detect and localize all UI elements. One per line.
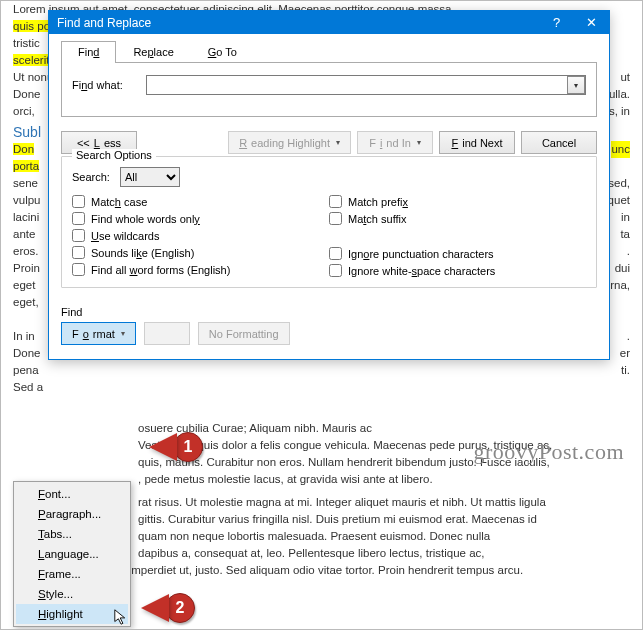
tab-goto[interactable]: Go To bbox=[191, 41, 254, 63]
checkbox-ignore-white-space-characters[interactable]: Ignore white-space characters bbox=[329, 264, 586, 277]
find-what-label: Find what: bbox=[72, 79, 132, 91]
search-direction-label: Search: bbox=[72, 171, 110, 183]
format-menu-item-style[interactable]: Style... bbox=[16, 584, 128, 604]
no-formatting-button[interactable]: No Formatting bbox=[198, 322, 290, 345]
find-what-input[interactable] bbox=[146, 75, 586, 95]
checkbox-label: Match prefix bbox=[348, 196, 408, 208]
checkbox-match-suffix[interactable]: Match suffix bbox=[329, 212, 586, 225]
checkbox-label: Ignore punctuation characters bbox=[348, 248, 494, 260]
tab-replace[interactable]: Replace bbox=[116, 41, 190, 63]
checkbox-match-case[interactable]: Match case bbox=[72, 195, 329, 208]
find-next-button[interactable]: Find Next bbox=[439, 131, 515, 154]
reading-highlight-button[interactable]: Reading Highlight bbox=[228, 131, 351, 154]
checkbox-input[interactable] bbox=[72, 246, 85, 259]
checkbox-match-prefix[interactable]: Match prefix bbox=[329, 195, 586, 208]
checkbox-input[interactable] bbox=[72, 263, 85, 276]
find-section-label: Find bbox=[61, 306, 82, 318]
format-menu-item-frame[interactable]: Frame... bbox=[16, 564, 128, 584]
callout-number: 2 bbox=[165, 593, 195, 623]
find-history-dropdown[interactable]: ▾ bbox=[567, 76, 585, 94]
annotation-callout-2: 2 bbox=[141, 593, 195, 623]
checkbox-label: Use wildcards bbox=[91, 230, 159, 242]
checkbox-use-wildcards[interactable]: Use wildcards bbox=[72, 229, 329, 242]
annotation-callout-1: 1 bbox=[149, 432, 203, 462]
format-context-menu: Font...Paragraph...Tabs...Language...Fra… bbox=[13, 481, 131, 627]
checkbox-input[interactable] bbox=[72, 195, 85, 208]
find-in-button[interactable]: Find In bbox=[357, 131, 433, 154]
search-direction-select[interactable]: All bbox=[120, 167, 180, 187]
special-button-disabled bbox=[144, 322, 190, 345]
format-menu-item-font[interactable]: Font... bbox=[16, 484, 128, 504]
checkbox-label: Sounds like (English) bbox=[91, 247, 194, 259]
doc-text: tristic bbox=[13, 37, 40, 49]
cancel-button[interactable]: Cancel bbox=[521, 131, 597, 154]
checkbox-label: Find whole words only bbox=[91, 213, 200, 225]
checkbox-label: Find all word forms (English) bbox=[91, 264, 230, 276]
checkbox-find-all-word-forms-english-[interactable]: Find all word forms (English) bbox=[72, 263, 329, 276]
format-menu-item-language[interactable]: Language... bbox=[16, 544, 128, 564]
checkbox-input[interactable] bbox=[72, 229, 85, 242]
checkbox-label: Match case bbox=[91, 196, 147, 208]
callout-number: 1 bbox=[173, 432, 203, 462]
dialog-tabs: Find Replace Go To bbox=[61, 40, 597, 63]
find-and-replace-dialog: Find and Replace ? ✕ Find Replace Go To … bbox=[48, 10, 610, 360]
checkbox-input[interactable] bbox=[329, 212, 342, 225]
tab-find[interactable]: Find bbox=[61, 41, 116, 63]
checkbox-input[interactable] bbox=[72, 212, 85, 225]
checkbox-label: Ignore white-space characters bbox=[348, 265, 495, 277]
doc-highlighted-text: scelerit bbox=[13, 54, 49, 66]
close-button[interactable]: ✕ bbox=[574, 11, 609, 34]
dialog-titlebar[interactable]: Find and Replace ? ✕ bbox=[49, 11, 609, 34]
checkbox-input[interactable] bbox=[329, 247, 342, 260]
checkbox-find-whole-words-only[interactable]: Find whole words only bbox=[72, 212, 329, 225]
checkbox-sounds-like-english-[interactable]: Sounds like (English) bbox=[72, 246, 329, 259]
checkbox-label: Match suffix bbox=[348, 213, 407, 225]
search-options-label: Search Options bbox=[72, 149, 156, 161]
format-button[interactable]: Format bbox=[61, 322, 136, 345]
format-menu-item-paragraph[interactable]: Paragraph... bbox=[16, 504, 128, 524]
format-menu-item-highlight[interactable]: Highlight bbox=[16, 604, 128, 624]
format-menu-item-tabs[interactable]: Tabs... bbox=[16, 524, 128, 544]
dialog-title: Find and Replace bbox=[57, 16, 539, 30]
checkbox-ignore-punctuation-characters[interactable]: Ignore punctuation characters bbox=[329, 247, 586, 260]
checkbox-input[interactable] bbox=[329, 195, 342, 208]
help-button[interactable]: ? bbox=[539, 11, 574, 34]
mouse-cursor-icon bbox=[113, 608, 131, 626]
checkbox-input[interactable] bbox=[329, 264, 342, 277]
